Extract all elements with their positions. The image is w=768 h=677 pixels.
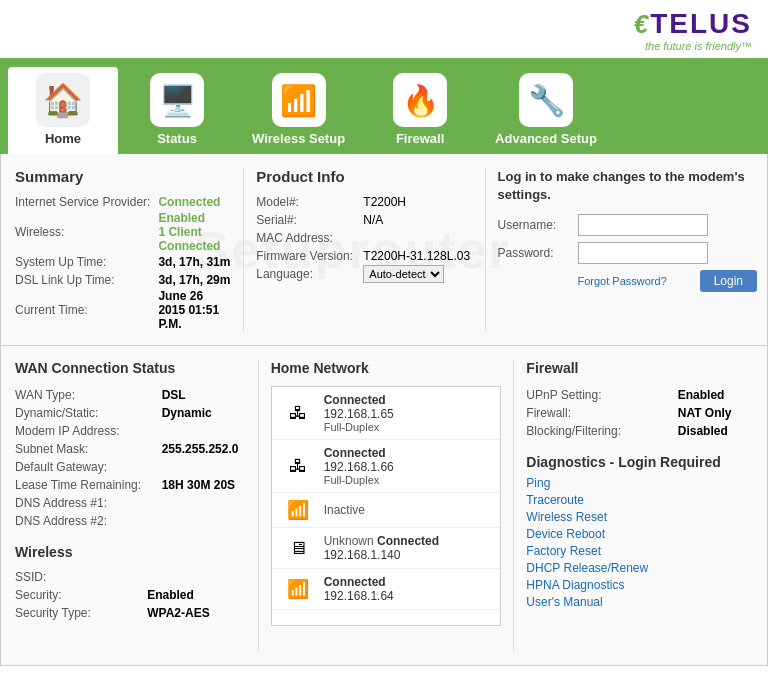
wan-type-value: DSL: [162, 386, 246, 404]
password-input[interactable]: [578, 242, 708, 264]
firewall-diag-section: Firewall UPnP Setting: Enabled Firewall:…: [514, 360, 757, 651]
diag-link-usermanual[interactable]: User's Manual: [526, 595, 757, 609]
ethernet-icon-2: 🖧: [280, 456, 316, 477]
network-info-5: Connected 192.168.1.64: [324, 575, 394, 603]
summary-row-dsluptime: DSL Link Up Time: 3d, 17h, 29m: [15, 271, 231, 289]
product-row-serial: Serial#: N/A: [256, 211, 472, 229]
dns1-label: DNS Address #1:: [15, 494, 162, 512]
home-network-title: Home Network: [271, 360, 502, 376]
serial-label: Serial#:: [256, 211, 363, 229]
gateway-value: [162, 458, 246, 476]
lease-value: 18H 30M 20S: [162, 476, 246, 494]
network-info-1: Connected 192.168.1.65 Full-Duplex: [324, 393, 394, 433]
fw-value: NAT Only: [678, 404, 757, 422]
diag-link-traceroute[interactable]: Traceroute: [526, 493, 757, 507]
isp-label: Internet Service Provider:: [15, 193, 158, 211]
product-row-firmware: Firmware Version: T2200H-31.128L.03: [256, 247, 472, 265]
mac-value: [363, 229, 472, 247]
wireless-table: SSID: Security: Enabled Security Type: W…: [15, 568, 246, 622]
home-network-scroll[interactable]: 🖧 Connected 192.168.1.65 Full-Duplex 🖧 C…: [271, 386, 502, 626]
net-duplex-1: Full-Duplex: [324, 421, 394, 433]
language-select[interactable]: Auto-detect: [363, 265, 444, 283]
computer-icon-4: 🖥: [280, 538, 316, 559]
wireless-icon: 📶: [272, 73, 326, 127]
firewall-section-title: Firewall: [526, 360, 757, 376]
summary-section: Summary Internet Service Provider: Conne…: [11, 168, 244, 331]
nav-advanced-label: Advanced Setup: [495, 131, 597, 146]
model-label: Model#:: [256, 193, 363, 211]
header: € TELUS the future is friendly™: [0, 0, 768, 61]
modemip-label: Modem IP Address:: [15, 422, 162, 440]
summary-title: Summary: [15, 168, 231, 185]
diag-link-factoryreset[interactable]: Factory Reset: [526, 544, 757, 558]
blocking-label: Blocking/Filtering:: [526, 422, 677, 440]
dynstatic-label: Dynamic/Static:: [15, 404, 162, 422]
fw-row-blocking: Blocking/Filtering: Disabled: [526, 422, 757, 440]
net-ip-2: 192.168.1.66: [324, 460, 394, 474]
firmware-label: Firmware Version:: [256, 247, 363, 265]
nav-firewall-label: Firewall: [396, 131, 444, 146]
summary-row-time: Current Time: June 26 2015 01:51 P.M.: [15, 289, 231, 331]
sysuptime-value: 3d, 17h, 31m: [158, 253, 231, 271]
login-section: Log in to make changes to the modem's se…: [486, 168, 758, 331]
currenttime-label: Current Time:: [15, 289, 158, 331]
summary-row-isp: Internet Service Provider: Connected: [15, 193, 231, 211]
wireless-sub-title: Wireless: [15, 544, 246, 560]
nav-item-status[interactable]: 🖥️ Status: [122, 67, 232, 154]
wireless-subsection: Wireless SSID: Security: Enabled Securit…: [15, 544, 246, 622]
forgot-password-link[interactable]: Forgot Password?: [578, 275, 667, 287]
username-label: Username:: [498, 218, 578, 232]
product-row-model: Model#: T2200H: [256, 193, 472, 211]
blocking-value: Disabled: [678, 422, 757, 440]
username-input[interactable]: [578, 214, 708, 236]
nav-item-home[interactable]: 🏠 Home: [8, 67, 118, 154]
home-network-section: Home Network 🖧 Connected 192.168.1.65 Fu…: [259, 360, 515, 651]
telus-tagline: the future is friendly™: [645, 40, 752, 52]
login-button[interactable]: Login: [700, 270, 757, 292]
product-info-section: Product Info Model#: T2200H Serial#: N/A…: [244, 168, 485, 331]
nav-item-advanced[interactable]: 🔧 Advanced Setup: [479, 67, 613, 154]
gateway-label: Default Gateway:: [15, 458, 162, 476]
network-item-1: 🖧 Connected 192.168.1.65 Full-Duplex: [272, 387, 501, 440]
diag-link-ping[interactable]: Ping: [526, 476, 757, 490]
wireless-label: Wireless:: [15, 211, 158, 253]
dns2-label: DNS Address #2:: [15, 512, 162, 530]
diag-link-hpna[interactable]: HPNA Diagnostics: [526, 578, 757, 592]
summary-row-sysuptime: System Up Time: 3d, 17h, 31m: [15, 253, 231, 271]
network-item-3: 📶 Inactive: [272, 493, 501, 528]
wireless-row-security: Security: Enabled: [15, 586, 246, 604]
bottom-info-section: WAN Connection Status WAN Type: DSL Dyna…: [0, 346, 768, 666]
wan-row-dns2: DNS Address #2:: [15, 512, 246, 530]
currenttime-value: June 26 2015 01:51 P.M.: [158, 289, 231, 331]
product-row-language: Language: Auto-detect: [256, 265, 472, 283]
subnet-value: 255.255.252.0: [162, 440, 246, 458]
dsluptime-label: DSL Link Up Time:: [15, 271, 158, 289]
diag-link-dhcprelease[interactable]: DHCP Release/Renew: [526, 561, 757, 575]
dsluptime-value: 3d, 17h, 29m: [158, 271, 231, 289]
security-label: Security:: [15, 586, 147, 604]
ssid-value: [147, 568, 245, 586]
sectype-value: WPA2-AES: [147, 604, 245, 622]
net-ip-1: 192.168.1.65: [324, 407, 394, 421]
status-icon: 🖥️: [150, 73, 204, 127]
nav-item-firewall[interactable]: 🔥 Firewall: [365, 67, 475, 154]
nav-item-wireless[interactable]: 📶 Wireless Setup: [236, 67, 361, 154]
wan-title: WAN Connection Status: [15, 360, 246, 376]
serial-value: N/A: [363, 211, 472, 229]
wan-row-type: WAN Type: DSL: [15, 386, 246, 404]
wan-row-subnet: Subnet Mask: 255.255.252.0: [15, 440, 246, 458]
diag-link-devicereboot[interactable]: Device Reboot: [526, 527, 757, 541]
fw-row-firewall: Firewall: NAT Only: [526, 404, 757, 422]
diag-title: Diagnostics - Login Required: [526, 454, 757, 470]
top-info-section: Setuprouter Summary Internet Service Pro…: [0, 154, 768, 346]
sysuptime-label: System Up Time:: [15, 253, 158, 271]
sectype-label: Security Type:: [15, 604, 147, 622]
home-icon: 🏠: [36, 73, 90, 127]
wan-section: WAN Connection Status WAN Type: DSL Dyna…: [11, 360, 259, 651]
diag-link-wirelessreset[interactable]: Wireless Reset: [526, 510, 757, 524]
net-ip-5: 192.168.1.64: [324, 589, 394, 603]
nav-home-label: Home: [45, 131, 81, 146]
summary-row-wireless: Wireless: Enabled 1 Client Connected: [15, 211, 231, 253]
wireless-row-sectype: Security Type: WPA2-AES: [15, 604, 246, 622]
wifi-icon-5: 📶: [280, 578, 316, 600]
